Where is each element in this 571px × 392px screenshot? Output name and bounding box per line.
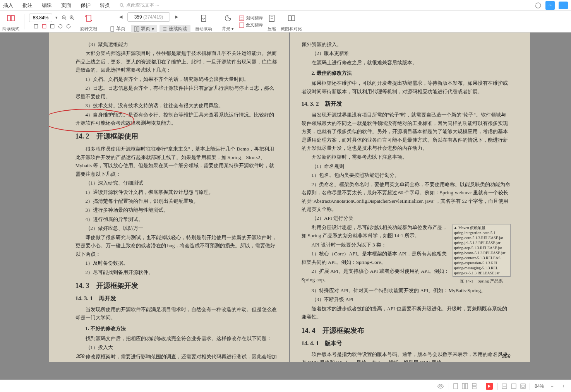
- zoom-in-status[interactable]: +: [560, 383, 567, 390]
- text: 软件版本号是指为软件设置的版本号码。通常，版本号会以数字来表示，常用的命名风格有…: [302, 350, 511, 362]
- text: 如果框架还在维护中，可以向开发者提出功能需求，等待新版本发布。如果没有在维护或者…: [302, 79, 511, 96]
- continuous-button[interactable]: 连续阅读: [159, 25, 190, 33]
- search-icon: [119, 3, 125, 8]
- text: 4）进行彻底的异常测试。: [75, 215, 278, 223]
- figure-box: ▲ Maven 依赖项显 spring-integration-core-5.1…: [453, 224, 511, 277]
- single-page-button[interactable]: 单页: [107, 25, 129, 33]
- text: 当发现开源世界里没有项目所需的"轮子"时，就需要自己造一个新的"轮子"。软件领域…: [302, 111, 511, 152]
- fit-page-status-icon[interactable]: [510, 383, 517, 390]
- text: （2）API 进行分类: [302, 214, 511, 222]
- svg-rect-14: [134, 27, 136, 31]
- menu-annotate[interactable]: 批注: [22, 2, 33, 9]
- cloud-icon[interactable]: ∞: [545, 1, 555, 10]
- zoom-group: ▾: [29, 14, 75, 30]
- svg-rect-29: [472, 383, 476, 386]
- fit-width-status-icon[interactable]: [501, 383, 508, 390]
- svg-point-25: [440, 385, 442, 387]
- text: （3）聚焦运维能力: [75, 40, 278, 48]
- full-translate-icon: [238, 22, 245, 28]
- rotate-right-icon[interactable]: [65, 23, 72, 30]
- page-number: 358: [76, 353, 85, 359]
- search-box[interactable]: 点此查找文本 ···: [119, 2, 159, 9]
- svg-rect-33: [511, 384, 516, 389]
- fit-page-icon[interactable]: [41, 23, 48, 30]
- svg-rect-23: [288, 16, 291, 21]
- heading-14-3-1: 14. 3. 1 再开发: [75, 295, 278, 302]
- page-input[interactable]: 359 (374/419): [127, 12, 170, 22]
- fit-actual-status-icon[interactable]: [520, 383, 526, 390]
- compress-group[interactable]: 压缩: [267, 11, 276, 32]
- text: （3）不断升级 API: [302, 295, 511, 303]
- menubar: 插入 批注 编辑 页面 保护 转换 点此查找文本 ··· ∞: [0, 0, 571, 11]
- compare-group[interactable]: 截图和对比: [281, 11, 302, 32]
- page-left: （3）聚焦运维能力 大部分架构师选择开源项目时，往往都是聚焦于技术指标而几乎不关…: [49, 33, 289, 362]
- text: 大部分架构师选择开源项目时，往往都是聚焦于技术指标而几乎不关注运维能力。然而产品…: [75, 49, 278, 74]
- prev-page-icon[interactable]: ◀: [117, 14, 124, 21]
- text: 开发新的框架时，需要考虑以下注意事项。: [302, 153, 511, 161]
- rotate-left-icon[interactable]: [57, 23, 64, 30]
- text: 随着技术的进步或者技能的提高，API 也需要不断升级进化。升级时，要兼顾既存系统…: [302, 305, 511, 321]
- workspace[interactable]: （3）聚焦运维能力 大部分架构师选择开源项目时，往往都是聚焦于技术指标而几乎不关…: [0, 33, 571, 380]
- svg-rect-15: [137, 27, 139, 31]
- play-button[interactable]: [486, 383, 493, 390]
- refresh-icon[interactable]: [535, 2, 542, 9]
- svg-rect-12: [86, 15, 91, 21]
- stretch-button[interactable]: [559, 2, 568, 9]
- zoom-out-icon[interactable]: [61, 14, 68, 21]
- background-group[interactable]: 背景▾: [222, 11, 234, 32]
- zoom-out-status[interactable]: −: [549, 383, 556, 390]
- zoom-label: 84%: [535, 383, 544, 389]
- eye-mode-icon[interactable]: [437, 383, 444, 390]
- compress-icon: [267, 14, 276, 22]
- menu-page[interactable]: 页面: [61, 2, 71, 9]
- actual-size-icon[interactable]: [49, 23, 56, 30]
- translate-icon: [238, 15, 245, 21]
- svg-rect-9: [34, 24, 38, 28]
- text: （1）投入大: [75, 343, 278, 351]
- view-single-icon[interactable]: [452, 383, 459, 390]
- text: 2）类命名。框架类命名时，要使用英文单词全称，不要使用略称。以能反映类的功能为命…: [302, 180, 511, 214]
- reading-mode-group[interactable]: 阅读模式: [2, 11, 19, 32]
- menu-protect[interactable]: 保护: [81, 2, 91, 9]
- autoscroll-group[interactable]: 自动滚动: [195, 11, 212, 32]
- next-page-icon[interactable]: ▶: [173, 14, 180, 21]
- text: 找到源码文件后，把相应的功能修改成完全符合业务需求。这样修改存在以下问题：: [75, 334, 278, 342]
- double-page-button[interactable]: 双页▾: [131, 25, 157, 33]
- rotate-doc-icon: [84, 14, 93, 23]
- text: 3）进行多种场景的功能与性能测试。: [75, 206, 278, 214]
- zoom-input[interactable]: [29, 14, 52, 22]
- text-bold: 1. 不好的修改方法: [75, 325, 278, 332]
- svg-rect-10: [42, 24, 46, 28]
- rotate-doc-group[interactable]: 旋转文档: [80, 11, 97, 32]
- text: 2）尽可能找到备用开源软件。: [75, 268, 278, 276]
- page-right: 额外资源的投入。 （2）版本更新难 在源码上进行修改之后，就很难兼容后续版本。 …: [290, 33, 530, 362]
- menu-insert[interactable]: 插入: [3, 2, 13, 9]
- page-number: 359: [502, 353, 511, 359]
- fit-width-icon[interactable]: [33, 23, 39, 30]
- zoom-dropdown[interactable]: ▾: [53, 14, 60, 21]
- menu-convert[interactable]: 转换: [100, 2, 110, 9]
- text: 1）及时备份数据。: [75, 259, 278, 267]
- text: （1）深入研究、仔细测试: [75, 179, 278, 187]
- svg-rect-30: [472, 387, 476, 389]
- search-placeholder: 点此查找文本 ···: [126, 2, 159, 9]
- svg-rect-35: [522, 385, 524, 387]
- text: 1）包名。包内类要按照功能进行划分。: [302, 171, 511, 179]
- heading-14-3-2: 14. 3. 2 新开发: [302, 100, 511, 108]
- full-translate-button[interactable]: 全文翻译: [238, 22, 263, 28]
- text: 在源码上进行修改之后，就很难兼容后续版本。: [302, 58, 511, 67]
- svg-line-8: [73, 19, 74, 20]
- text: 即使做了很多研究与测试，也不能掉以轻心，特别是刚开始使用一款新的开源软件时，更是…: [75, 233, 278, 258]
- autoscroll-icon: [199, 14, 208, 22]
- view-double-icon[interactable]: [461, 383, 468, 390]
- view-continuous-icon[interactable]: [471, 383, 478, 390]
- text: （2）做好应急、以防万一: [75, 224, 278, 232]
- svg-rect-34: [521, 384, 525, 389]
- word-translate-button[interactable]: 划词翻译: [238, 15, 263, 21]
- pagenav-group: ◀ 359 (374/419) ▶ 单页 双页▾ 连续阅读: [107, 10, 190, 33]
- svg-line-4: [65, 19, 66, 20]
- text: 1）文档。文档是否齐全，如果不齐全的话，研究源码将会浪费大量时间。: [75, 75, 278, 83]
- menu-edit[interactable]: 编辑: [42, 2, 52, 9]
- text: 很多程序员使用开源框架时往往奉行"拿来主义"，基本上能运行几个 Demo，再把利…: [75, 145, 278, 178]
- zoom-in-icon[interactable]: [69, 14, 75, 21]
